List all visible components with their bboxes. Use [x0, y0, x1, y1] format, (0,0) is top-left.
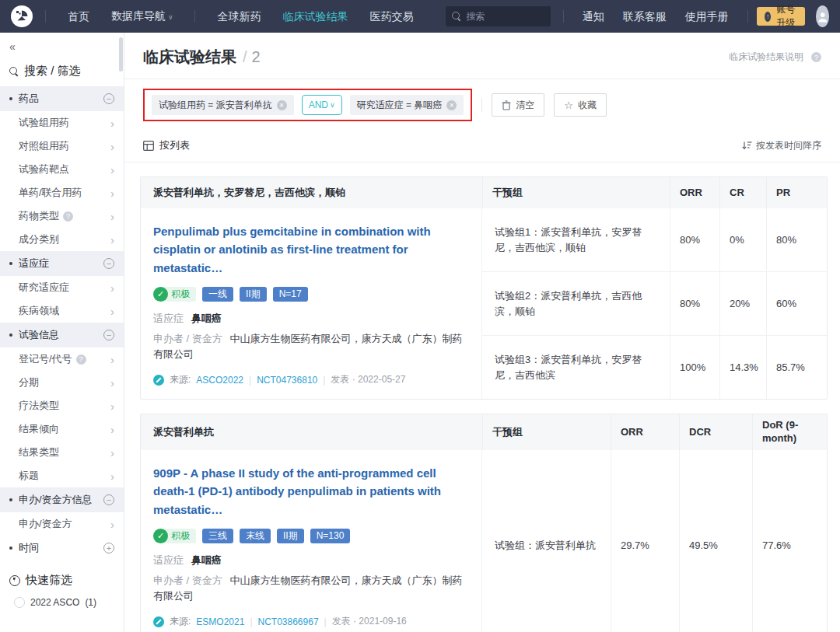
sidebar-section-time[interactable]: 时间 — [0, 536, 124, 560]
publish-date: 发表 · 2022-05-27 — [331, 373, 405, 386]
account-upgrade-button[interactable]: ↑ 账号升级 — [757, 7, 804, 26]
collapse-minus-icon[interactable] — [103, 93, 114, 104]
quick-filter-title: 快速筛选 — [0, 560, 124, 594]
navbar-search-box[interactable] — [446, 6, 551, 26]
sidebar-item-therapy-type[interactable]: 疗法类型› — [0, 394, 124, 417]
study-title-link[interactable]: 909P - A phase II study of the anti-prog… — [153, 464, 466, 519]
sidebar-item-result-type[interactable]: 结果类型› — [0, 441, 124, 464]
nav-item-home[interactable]: 首页 — [58, 0, 99, 33]
orr-cell: 100% — [670, 336, 719, 399]
collapse-minus-icon[interactable] — [103, 494, 114, 505]
sidebar-item-sponsor[interactable]: 申办/资金方› — [0, 512, 124, 536]
remove-filter-icon[interactable]: ✕ — [446, 100, 457, 110]
sidebar-item-phase[interactable]: 分期› — [0, 371, 124, 394]
registry-link[interactable]: NCT03866967 — [258, 616, 319, 627]
collapse-minus-icon[interactable] — [103, 330, 114, 340]
expand-plus-icon[interactable] — [103, 543, 114, 553]
sidebar-scrollbar[interactable] — [119, 37, 123, 72]
search-input[interactable] — [466, 11, 544, 22]
bullet-icon — [9, 333, 12, 337]
annotation-box: 试验组用药 = 派安普利单抗 ✕ AND ∨ 研究适应症 = 鼻咽癌 ✕ — [143, 89, 472, 121]
chevron-right-icon: › — [110, 377, 114, 389]
orr-cell: 80% — [670, 208, 719, 271]
source-link[interactable]: ASCO2022 — [196, 375, 243, 386]
filter-chip-trial-drug[interactable]: 试验组用药 = 派安普利单抗 ✕ — [152, 95, 294, 115]
nav-item-database[interactable]: 数据库导航∨ — [102, 0, 183, 33]
chevron-right-icon: › — [110, 306, 114, 317]
chevron-down-icon: ∨ — [168, 13, 173, 21]
app-logo[interactable] — [11, 5, 33, 27]
view-mode-toggle[interactable]: 按列表 — [143, 138, 190, 152]
collapse-minus-icon[interactable] — [103, 258, 114, 269]
sidebar-section-drug[interactable]: 药品 — [0, 86, 124, 111]
clear-filters-button[interactable]: 清空 — [492, 93, 544, 117]
results-help-link[interactable]: 临床试验结果说明 ? — [729, 51, 821, 64]
chevron-right-icon: › — [110, 187, 114, 199]
sidebar-item-ingredient-class[interactable]: 成分类别› — [0, 228, 124, 251]
nav-item-clinical-results[interactable]: 临床试验结果 — [273, 0, 357, 33]
sidebar-item-drug-target[interactable]: 试验药靶点› — [0, 158, 124, 181]
check-shield-icon: ✓ — [153, 529, 168, 543]
sidebar-item-study-indication[interactable]: 研究适应症› — [0, 276, 124, 299]
registry-link[interactable]: NCT04736810 — [257, 375, 317, 386]
user-avatar[interactable] — [816, 5, 830, 27]
nav-item-contact-support[interactable]: 联系客服 — [614, 0, 676, 33]
help-icon[interactable]: ? — [76, 354, 86, 365]
chevron-right-icon: › — [110, 117, 114, 129]
sidebar-item-mono-combo[interactable]: 单药/联合用药› — [0, 181, 124, 204]
search-filter-icon — [9, 67, 19, 76]
results-list: 派安普利单抗，安罗替尼，吉西他滨，顺铂 干预组 ORR CR PR Penpul… — [124, 162, 840, 632]
card-drug-combo: 派安普利单抗，安罗替尼，吉西他滨，顺铂 — [141, 177, 482, 208]
chevron-right-icon: › — [110, 141, 114, 152]
chevron-right-icon: › — [110, 164, 114, 176]
logo-icon — [15, 9, 29, 23]
sidebar-item-drug-type[interactable]: 药物类型?› — [0, 204, 124, 228]
phase-tag: II期 — [240, 287, 267, 302]
sidebar-item-disease-area[interactable]: 疾病领域› — [0, 299, 124, 323]
source-link[interactable]: ESMO2021 — [196, 616, 244, 627]
sidebar-section-trial-info[interactable]: 试验信息 — [0, 323, 124, 347]
chevron-down-icon: ∨ — [330, 101, 335, 109]
chevron-right-icon: › — [110, 400, 114, 412]
sidebar-item-registry-id[interactable]: 登记号/代号?› — [0, 347, 124, 371]
nav-item-user-manual[interactable]: 使用手册 — [676, 0, 738, 33]
column-dor: DoR (9-month) — [752, 414, 827, 450]
study-tags: ✓积极 一线 II期 N=17 — [153, 287, 466, 302]
sort-control[interactable]: 按发表时间降序 — [742, 139, 821, 152]
phase-tag: II期 — [277, 529, 304, 543]
nav-item-notifications[interactable]: 通知 — [573, 0, 614, 33]
bullet-icon — [9, 262, 12, 265]
sidebar-item-trial-arm-drug[interactable]: 试验组用药› — [0, 111, 124, 134]
result-card: 派安普利单抗，安罗替尼，吉西他滨，顺铂 干预组 ORR CR PR Penpul… — [140, 176, 828, 400]
quick-filter-option-2022-asco[interactable]: 2022 ASCO (1) — [0, 594, 124, 611]
sample-size-tag: N=17 — [273, 287, 308, 302]
nav-item-pharma-deals[interactable]: 医药交易 — [360, 0, 422, 33]
sidebar-item-control-arm-drug[interactable]: 对照组用药› — [0, 134, 124, 158]
orr-cell: 29.7% — [611, 450, 679, 632]
result-table-rows: 试验组1：派安普利单抗，安罗替尼，吉西他滨，顺铂 80% 0% 80% 试验组2… — [482, 208, 827, 399]
filter-divider — [481, 98, 482, 112]
help-icon[interactable]: ? — [63, 211, 73, 222]
table-row: 试验组3：派安普利单抗，安罗替尼，吉西他滨 100% 14.3% 85.7% — [482, 335, 827, 399]
sidebar-item-title[interactable]: 标题› — [0, 464, 124, 487]
table-row: 试验组2：派安普利单抗，吉西他滨，顺铂 80% 20% 60% — [482, 271, 827, 335]
filter-chip-indication[interactable]: 研究适应症 = 鼻咽癌 ✕ — [350, 95, 464, 115]
cr-cell: 20% — [719, 272, 766, 335]
study-title-link[interactable]: Penpulimab plus gemcitabine in combinati… — [153, 222, 466, 277]
operator-and-button[interactable]: AND ∨ — [302, 95, 342, 115]
sidebar-section-indication[interactable]: 适应症 — [0, 251, 124, 276]
sponsor-row: 申办者 / 资金方 中山康方生物医药有限公司，康方天成（广东）制药有限公司 — [153, 573, 466, 603]
sample-size-tag: N=130 — [310, 529, 351, 543]
sidebar-item-result-tendency[interactable]: 结果倾向› — [0, 417, 124, 441]
sidebar-section-sponsor-info[interactable]: 申办/资金方信息 — [0, 487, 124, 512]
nav-divider — [563, 10, 564, 23]
remove-filter-icon[interactable]: ✕ — [277, 100, 287, 110]
radio-icon[interactable] — [14, 597, 25, 608]
favorite-button[interactable]: ☆ 收藏 — [554, 93, 607, 117]
chevron-right-icon: › — [110, 282, 114, 294]
page-header: 临床试验结果 / 2 临床试验结果说明 ? — [124, 33, 840, 79]
nav-item-global-drugs[interactable]: 全球新药 — [208, 0, 270, 33]
chevron-right-icon: › — [110, 424, 114, 435]
result-count: 2 — [252, 48, 261, 66]
sidebar-collapse-button[interactable]: « — [0, 33, 124, 54]
